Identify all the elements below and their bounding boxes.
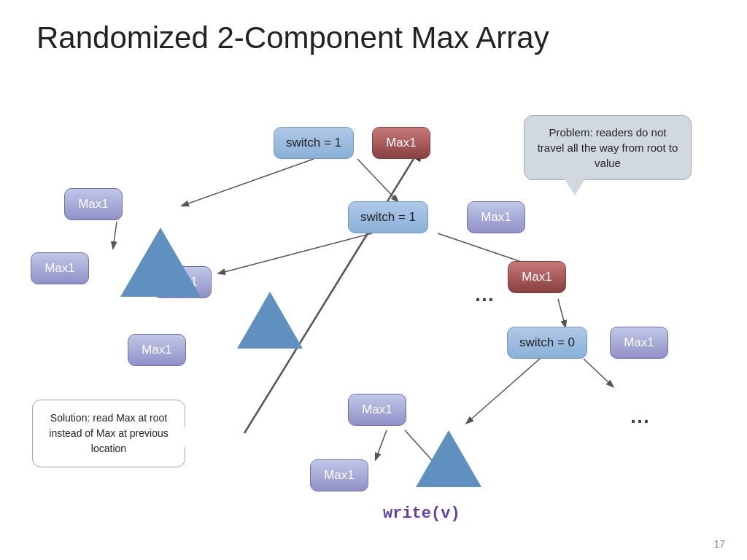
page-title: Randomized 2-Component Max Array <box>36 20 549 55</box>
svg-line-9 <box>376 430 387 459</box>
triangle-bottom <box>416 430 481 487</box>
max1-left-mid-node: Max1 <box>31 252 89 284</box>
max1-bottom-left-node: Max1 <box>128 334 186 366</box>
svg-line-1 <box>357 159 398 201</box>
solution-bubble: Solution: read Max at root instead of Ma… <box>32 400 185 467</box>
dots-1: … <box>474 283 495 306</box>
switch1-mid-node: switch = 1 <box>348 201 428 233</box>
max1-mid-right-node: Max1 <box>467 201 525 233</box>
switch1-root-node: switch = 1 <box>274 127 354 159</box>
svg-line-11 <box>244 146 422 433</box>
max1-right-top-node: Max1 <box>508 261 566 293</box>
problem-bubble: Problem: readers do not travel all the w… <box>524 115 692 180</box>
svg-line-2 <box>113 222 117 248</box>
triangle-center <box>237 292 303 349</box>
page-number: 17 <box>713 538 725 550</box>
svg-line-4 <box>219 233 372 273</box>
max1-bottom-node: Max1 <box>310 459 368 491</box>
svg-line-0 <box>182 159 314 206</box>
max1-left-top-node: Max1 <box>64 188 123 220</box>
svg-line-8 <box>584 359 613 386</box>
diagram-lines <box>0 0 747 560</box>
max1-center-node: Max1 <box>348 394 406 426</box>
max1-root-right-node: Max1 <box>372 127 430 159</box>
triangle-left-large <box>120 228 201 297</box>
svg-line-7 <box>467 359 540 423</box>
write-label: write(v) <box>383 505 460 523</box>
max1-switch0-right-node: Max1 <box>610 327 668 359</box>
switch0-node: switch = 0 <box>507 327 587 359</box>
svg-line-6 <box>558 299 565 327</box>
dots-2: … <box>630 405 650 428</box>
